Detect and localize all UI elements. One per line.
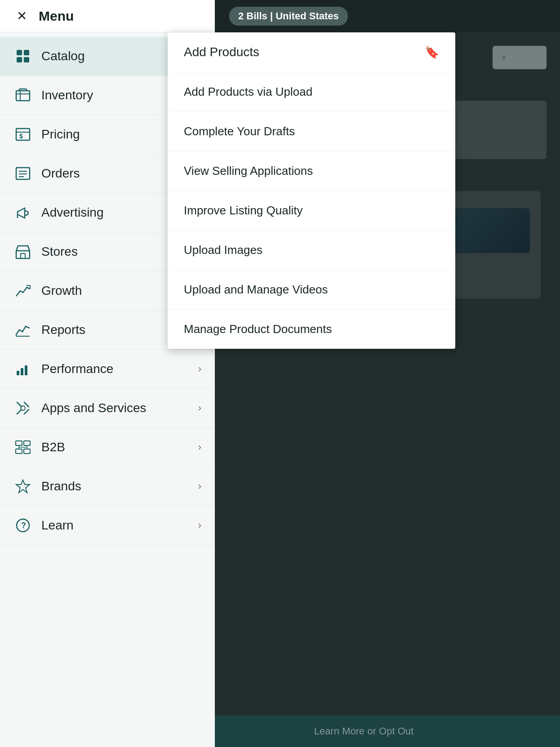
region-separator: | (270, 10, 276, 22)
inventory-icon (13, 86, 32, 105)
svg-rect-3 (24, 57, 29, 62)
sidebar-item-b2b[interactable]: B2B › (0, 428, 215, 467)
add-products-upload-label: Add Products via Upload (184, 85, 312, 99)
improve-listing-label: Improve Listing Quality (184, 204, 302, 218)
svg-rect-20 (17, 371, 19, 375)
svg-rect-25 (24, 441, 30, 445)
svg-rect-21 (21, 368, 23, 375)
svg-rect-4 (16, 91, 30, 101)
svg-rect-7 (16, 129, 30, 140)
growth-icon (13, 281, 32, 300)
brands-label: Brands (41, 479, 198, 494)
bookmark-icon: 🔖 (425, 45, 439, 59)
svg-rect-1 (17, 57, 22, 62)
b2b-chevron: › (198, 441, 201, 453)
sidebar-item-apps-services[interactable]: Apps and Services › (0, 389, 215, 428)
brands-icon (13, 477, 32, 496)
upload-videos-label: Upload and Manage Videos (184, 283, 328, 297)
svg-rect-24 (16, 441, 22, 445)
apps-services-icon (13, 399, 32, 418)
apps-services-label: Apps and Services (41, 401, 198, 415)
svg-rect-0 (17, 50, 22, 55)
complete-drafts-label: Complete Your Drafts (184, 124, 295, 138)
manage-documents-label: Manage Product Documents (184, 322, 332, 336)
svg-text:$: $ (19, 133, 23, 140)
orders-icon (13, 164, 32, 183)
b2b-icon (13, 438, 32, 457)
dropdown-item-view-selling-apps[interactable]: View Selling Applications (168, 151, 455, 191)
bg-bottom-button[interactable]: Learn More or Opt Out (168, 716, 560, 747)
svg-rect-26 (16, 449, 22, 454)
dropdown-item-add-products-upload[interactable]: Add Products via Upload (168, 72, 455, 112)
apps-services-chevron: › (198, 402, 201, 414)
sidebar-item-performance[interactable]: Performance › (0, 350, 215, 389)
sidebar-header: ✕ Menu (0, 0, 215, 32)
svg-rect-2 (24, 50, 29, 55)
b2b-label: B2B (41, 440, 198, 454)
svg-rect-22 (25, 365, 27, 375)
advertising-icon (13, 203, 32, 222)
svg-text:?: ? (21, 521, 26, 530)
dropdown-item-add-products[interactable]: Add Products 🔖 (168, 32, 455, 72)
bills-count: 2 Bills (238, 10, 267, 22)
bg-dropdown: ▾ (493, 46, 547, 69)
svg-point-23 (21, 406, 25, 410)
svg-rect-27 (24, 449, 30, 454)
bills-badge[interactable]: 2 Bills | United States (229, 7, 348, 26)
add-products-label: Add Products (184, 45, 259, 59)
dropdown-item-upload-images[interactable]: Upload Images (168, 231, 455, 270)
brands-chevron: › (198, 480, 201, 492)
learn-chevron: › (198, 520, 201, 531)
upload-images-label: Upload Images (184, 243, 262, 257)
dropdown-item-upload-videos[interactable]: Upload and Manage Videos (168, 270, 455, 310)
performance-icon (13, 360, 32, 378)
dropdown-item-manage-documents[interactable]: Manage Product Documents (168, 310, 455, 349)
performance-chevron: › (198, 363, 201, 375)
sidebar-item-brands[interactable]: Brands › (0, 467, 215, 506)
catalog-icon (13, 47, 32, 66)
view-selling-apps-label: View Selling Applications (184, 164, 313, 178)
svg-rect-15 (16, 251, 30, 258)
svg-rect-16 (21, 253, 25, 258)
region-label: United States (276, 10, 339, 22)
learn-label: Learn (41, 518, 198, 533)
close-icon[interactable]: ✕ (13, 8, 30, 24)
reports-icon (13, 320, 32, 339)
sidebar-item-learn[interactable]: ? Learn › (0, 506, 215, 545)
dropdown-item-complete-drafts[interactable]: Complete Your Drafts (168, 112, 455, 151)
catalog-dropdown: Add Products 🔖 Add Products via Upload C… (168, 32, 455, 349)
stores-icon (13, 242, 32, 261)
pricing-icon: $ (13, 125, 32, 144)
bg-bottom-btn-text: Learn More or Opt Out (314, 725, 413, 737)
dropdown-item-improve-listing[interactable]: Improve Listing Quality (168, 191, 455, 231)
learn-icon: ? (13, 516, 32, 535)
sidebar-menu-title: Menu (39, 9, 74, 24)
performance-label: Performance (41, 362, 198, 376)
